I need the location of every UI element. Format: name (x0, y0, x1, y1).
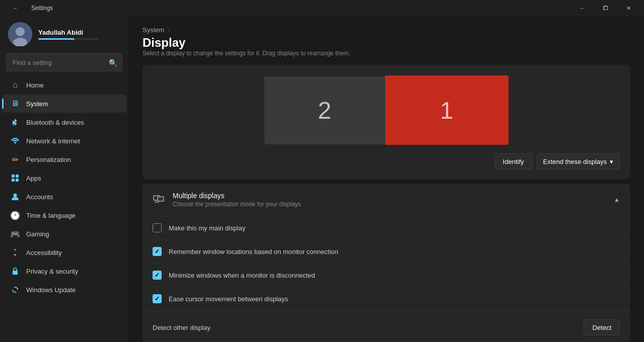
svg-rect-3 (12, 175, 15, 178)
svg-point-8 (15, 249, 16, 250)
checkbox-remember[interactable] (153, 247, 162, 256)
personalization-icon: ✏ (10, 154, 20, 164)
user-profile[interactable]: Yadullah Abidi (0, 16, 128, 50)
sidebar-label-home: Home (26, 81, 44, 89)
checkbox-row-remember[interactable]: Remember window locations based on monit… (142, 240, 630, 264)
home-icon: ⌂ (10, 80, 20, 90)
privacy-icon (10, 266, 20, 276)
page-title: Display (142, 36, 630, 50)
checkbox-row-minimize[interactable]: Minimize windows when a monitor is disco… (142, 264, 630, 287)
avatar (8, 22, 32, 46)
sidebar-label-apps: Apps (26, 175, 41, 182)
sidebar-label-network: Network & internet (26, 137, 80, 145)
network-icon (10, 136, 20, 146)
sidebar-item-accounts[interactable]: Accounts (2, 188, 126, 206)
sidebar-item-bluetooth[interactable]: Bluetooth & devices (2, 113, 126, 131)
progress-bar-fill (38, 38, 75, 40)
back-button[interactable]: ← (4, 0, 27, 16)
restore-button[interactable]: ⧠ (594, 0, 617, 16)
section-title-group: Multiple displays Choose the presentatio… (173, 192, 301, 208)
sidebar-label-gaming: Gaming (26, 230, 49, 238)
sidebar-item-network[interactable]: Network & internet (2, 132, 126, 150)
sidebar-item-apps[interactable]: Apps (2, 169, 126, 187)
svg-rect-6 (16, 179, 19, 182)
section-desc: Choose the presentation mode for your di… (173, 201, 301, 208)
user-info: Yadullah Abidi (38, 29, 99, 40)
content-area: System › Display Select a display to cha… (128, 16, 644, 342)
monitor-1[interactable]: 1 (385, 75, 509, 145)
avatar-image (8, 22, 32, 46)
main-layout: Yadullah Abidi 🔍 ⌂ Home 🖥 System (0, 16, 644, 342)
identify-button[interactable]: Identify (494, 153, 533, 169)
search-input[interactable] (6, 53, 122, 71)
checkbox-ease[interactable] (153, 294, 162, 303)
sidebar-label-accounts: Accounts (26, 193, 53, 201)
sidebar-item-accessibility[interactable]: Accessibility (2, 243, 126, 262)
checkbox-minimize-label: Minimize windows when a monitor is disco… (169, 272, 315, 279)
detect-label: Detect other display (153, 324, 210, 331)
gaming-icon: 🎮 (10, 229, 20, 239)
detect-button[interactable]: Detect (584, 319, 620, 335)
apps-icon (10, 173, 20, 183)
checkbox-row-main[interactable]: Make this my main display (142, 216, 630, 240)
sidebar-item-personalization[interactable]: ✏ Personalization (2, 150, 126, 168)
multiple-displays-section: Multiple displays Choose the presentatio… (142, 184, 630, 342)
detect-row: Detect other display Detect (142, 311, 630, 342)
svg-rect-4 (16, 175, 19, 178)
chevron-up-icon: ▲ (614, 196, 620, 203)
sidebar-label-personalization: Personalization (26, 156, 71, 163)
extend-displays-button[interactable]: Extend these displays ▾ (537, 153, 620, 169)
checkbox-row-ease[interactable]: Ease cursor movement between displays (142, 287, 630, 311)
sidebar-label-time: Time & language (26, 212, 76, 219)
section-header-left: Multiple displays Choose the presentatio… (153, 192, 301, 208)
monitor-1-label: 1 (440, 97, 454, 124)
minimize-button[interactable]: − (570, 0, 594, 16)
sidebar-item-home[interactable]: ⌂ Home (2, 76, 126, 94)
checkbox-ease-label: Ease cursor movement between displays (169, 295, 288, 303)
chevron-down-icon: ▾ (610, 158, 613, 165)
sidebar-item-privacy[interactable]: Privacy & security (2, 262, 126, 280)
sidebar-item-system[interactable]: 🖥 System (2, 95, 126, 113)
checkbox-main-label: Make this my main display (169, 224, 245, 232)
sidebar-label-privacy: Privacy & security (26, 268, 78, 275)
checkbox-minimize[interactable] (153, 271, 162, 280)
sidebar-label-bluetooth: Bluetooth & devices (26, 119, 84, 126)
display-monitors: 2 1 (153, 75, 620, 145)
sidebar-label-update: Windows Update (26, 286, 76, 294)
breadcrumb: System › (142, 26, 630, 34)
checkbox-main[interactable] (153, 223, 162, 232)
accessibility-icon (10, 247, 20, 258)
display-preview-container: 2 1 Identify Extend these displays ▾ (142, 65, 630, 180)
multiple-displays-icon (153, 194, 165, 206)
sidebar-label-system: System (26, 100, 48, 108)
titlebar-controls: − ⧠ ✕ (570, 0, 640, 16)
monitor-2[interactable]: 2 (264, 76, 385, 144)
sidebar-item-time[interactable]: 🕐 Time & language (2, 206, 126, 224)
section-header[interactable]: Multiple displays Choose the presentatio… (142, 184, 630, 216)
accounts-icon (10, 192, 20, 202)
svg-rect-5 (12, 179, 15, 182)
app-title: Settings (31, 5, 53, 12)
sidebar-item-windows-update[interactable]: Windows Update (2, 281, 126, 299)
sidebar-item-gaming[interactable]: 🎮 Gaming (2, 225, 126, 243)
breadcrumb-separator: › (168, 27, 170, 33)
search-container: 🔍 (0, 50, 128, 75)
monitor-2-label: 2 (318, 97, 331, 124)
svg-rect-9 (13, 271, 18, 275)
sidebar-label-accessibility: Accessibility (26, 249, 62, 256)
time-icon: 🕐 (10, 210, 20, 220)
system-icon: 🖥 (10, 99, 20, 109)
extend-btn-label: Extend these displays (543, 158, 607, 165)
section-title: Multiple displays (173, 192, 301, 200)
svg-rect-11 (158, 197, 164, 201)
titlebar: ← Settings − ⧠ ✕ (0, 0, 644, 16)
update-icon (10, 285, 20, 295)
sidebar: Yadullah Abidi 🔍 ⌂ Home 🖥 System (0, 16, 128, 342)
breadcrumb-parent[interactable]: System (142, 26, 164, 34)
progress-bar (38, 38, 99, 40)
checkbox-remember-label: Remember window locations based on monit… (169, 248, 338, 255)
close-button[interactable]: ✕ (617, 0, 640, 16)
sidebar-nav: ⌂ Home 🖥 System Bluetooth & devices (0, 76, 128, 299)
bluetooth-icon (10, 117, 20, 127)
page-subtitle: Select a display to change the settings … (142, 50, 630, 57)
